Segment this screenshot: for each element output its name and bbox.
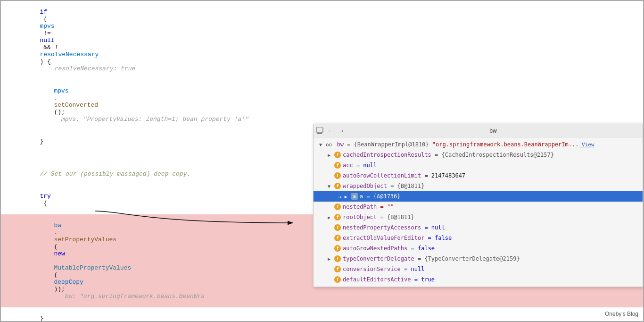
main-container: if ( mpvs != null && ! resolveNecessary … [1,1,643,321]
tree-arrow-cached [328,153,334,158]
code-line-2: mpvs . setConverted (); mpvs: "PropertyV… [1,80,643,130]
tree-row-extract[interactable]: f extractOldValueForEditor = false [314,233,643,243]
debug-panel: ← → bw oo bw = {BeanWrapperImpl@1810} "o… [313,124,643,287]
field-icon-nestedpath: f [334,203,341,210]
tree-arrow-wrapped [328,184,334,189]
field-icon-nestedprop: f [334,224,341,231]
nav-back-button[interactable]: ← [326,126,336,136]
tree-row-typeconverter[interactable]: f typeConverterDelegate = {TypeConverter… [314,254,643,264]
field-icon-conversion: f [334,266,341,272]
field-icon-cached: f [334,152,341,158]
tree-row-bw[interactable]: oo bw = {BeanWrapperImpl@1810} "org.spri… [314,139,643,150]
code-line-1: if ( mpvs != null && ! resolveNecessary … [1,1,643,80]
tree-arrow-typeconverter [328,256,334,262]
field-icon-autogrow: f [334,172,341,179]
view-link-bw[interactable]: View [578,142,594,148]
tree-row-wrapped[interactable]: f wrappedObject = {B@1811} [314,181,643,191]
svg-rect-1 [316,127,323,132]
keyword-if: if [40,8,47,16]
tree-row-a-selected[interactable]: → a a = {A@1736} [314,191,643,202]
tree-row-rootobject[interactable]: f rootObject = {B@1811} [314,212,643,222]
field-icon-autogrown: f [334,245,341,252]
tree-arrow-bw [319,142,326,147]
code-line-8: } [1,307,643,321]
field-icon-typeconverter: f [334,255,341,262]
tree-row-conversion[interactable]: f conversionService = null [314,264,643,274]
debug-panel-title: bw [347,127,640,134]
tree-row-nestedpath[interactable]: f nestedPath = "" [314,202,643,212]
tree-row-acc[interactable]: f acc = null [314,160,643,170]
tree-arrow-rootobject [328,215,334,220]
var-icon-a: a [351,193,358,200]
screen-icon [316,127,324,135]
tree-arrow-a [345,194,351,199]
tree-row-nestedprop[interactable]: f nestedPropertyAccessors = null [314,222,643,233]
tree-row-cached[interactable]: f cachedIntrospectionResults = {CachedIn… [314,150,643,160]
field-icon-defaulteditors: f [334,276,341,283]
nav-forward-button[interactable]: → [336,126,347,136]
tree-row-defaulteditors[interactable]: f defaultEditorsActive = true [314,274,643,285]
tree-row-autogrow[interactable]: f autoGrowCollectionLimit = 2147483647 [314,170,643,181]
field-icon-rootobject: f [334,214,341,220]
field-icon-extract: f [334,235,341,241]
field-icon-wrapped: f [334,183,341,189]
field-icon-acc: f [334,162,341,169]
tree-row-autogrown[interactable]: f autoGrowNestedPaths = false [314,243,643,254]
debug-tree: oo bw = {BeanWrapperImpl@1810} "org.spri… [314,137,643,287]
watermark: Oneby's Blog [605,311,638,317]
debug-panel-header: ← → bw [314,124,643,137]
